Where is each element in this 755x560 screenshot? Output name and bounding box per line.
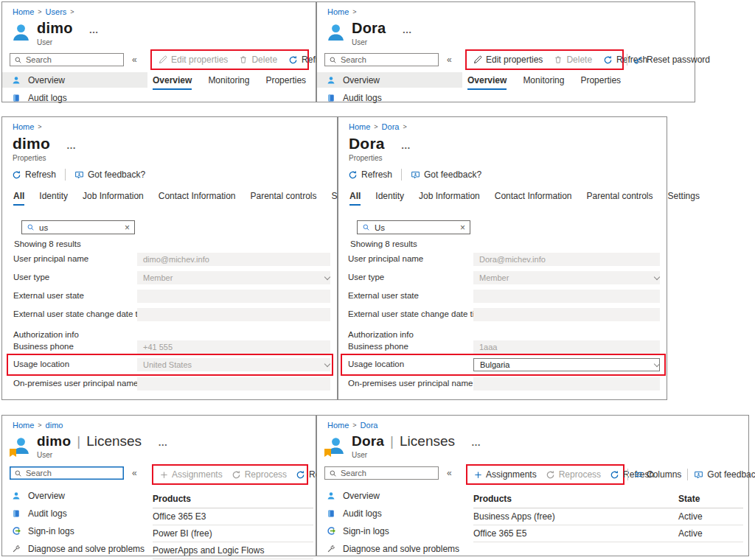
sign-in-logs-icon [11, 526, 21, 536]
delete-button[interactable]: Delete [239, 55, 277, 65]
breadcrumb-link-home[interactable]: Home [13, 122, 34, 131]
table-row[interactable]: Office 365 E3 [153, 508, 313, 525]
breadcrumb: Home > Dora > [349, 122, 407, 131]
field-row: Business phone +41 555 [2, 340, 337, 354]
tab-contact-information[interactable]: Contact Information [495, 191, 572, 206]
assignments-button[interactable]: Assignments [474, 469, 537, 480]
field-select-user-type[interactable]: Member [473, 271, 660, 284]
sidebar-item-overview[interactable]: Overview [317, 488, 462, 503]
more-options-icon[interactable]: … [402, 24, 412, 35]
breadcrumb-link-users[interactable]: Users [46, 7, 67, 16]
more-options-icon[interactable]: … [401, 140, 411, 151]
search-input[interactable] [26, 469, 119, 477]
tab-overview[interactable]: Overview [153, 75, 192, 90]
licenses-table: Products Office 365 E3 Power BI (free) P… [153, 489, 313, 559]
content-tabs: Overview Monitoring Properties [153, 75, 306, 90]
sidebar-item-sign-in-logs[interactable]: Sign-in logs [317, 523, 462, 539]
table-row[interactable]: Business Apps (free) Active [473, 508, 743, 525]
results-count: Showing 8 results [14, 239, 81, 248]
sidebar-item-audit-logs[interactable]: Audit logs [2, 505, 147, 521]
more-options-icon[interactable]: … [471, 437, 481, 448]
reset-password-button[interactable]: Reset password [633, 55, 710, 65]
more-options-icon[interactable]: … [89, 24, 100, 35]
page-title: dimo [37, 433, 71, 449]
collapse-button[interactable]: « [447, 55, 452, 65]
filter-input[interactable] [375, 223, 456, 232]
tab-identity[interactable]: Identity [375, 191, 404, 206]
tab-overview[interactable]: Overview [467, 75, 507, 90]
search-icon [14, 469, 22, 477]
sidebar-item-overview[interactable]: Overview [317, 72, 462, 88]
page-header: dimo … Properties [13, 135, 77, 162]
sidebar-item-sign-in-logs[interactable]: Sign-in logs [2, 523, 147, 539]
table-row[interactable]: Office 365 E5 Active [473, 525, 743, 542]
breadcrumb-link-home[interactable]: Home [13, 421, 34, 430]
edit-properties-button[interactable]: Edit properties [473, 55, 543, 65]
feedback-button[interactable]: Got feedback? [74, 169, 145, 180]
reprocess-button[interactable]: Reprocess [232, 469, 287, 480]
refresh-button[interactable]: Refresh [12, 169, 56, 180]
breadcrumb-link-dimo[interactable]: dimo [46, 421, 63, 430]
tab-all[interactable]: All [349, 191, 361, 206]
sidebar-item-audit-logs[interactable]: Audit logs [317, 90, 462, 105]
table-header: Products [153, 489, 313, 508]
breadcrumb-link-home[interactable]: Home [349, 122, 370, 131]
field-select-user-type[interactable]: Member [137, 271, 330, 284]
breadcrumb-link-home[interactable]: Home [327, 421, 349, 430]
plus-icon [474, 471, 482, 479]
tab-properties[interactable]: Properties [580, 75, 621, 90]
clear-icon[interactable]: × [460, 223, 465, 233]
collapse-button[interactable]: « [132, 55, 137, 65]
sidebar-item-diagnose[interactable]: Diagnose and solve problems [317, 541, 462, 556]
refresh-button[interactable]: Refresh [348, 169, 392, 180]
tab-monitoring[interactable]: Monitoring [523, 75, 564, 90]
collapse-button[interactable]: « [132, 468, 137, 478]
field-row: User principal name Dora@michev.info [338, 253, 667, 266]
tab-job-information[interactable]: Job Information [83, 191, 144, 206]
edit-properties-button[interactable]: Edit properties [159, 55, 228, 65]
assignments-button[interactable]: Assignments [160, 469, 223, 480]
field-select-usage-location[interactable]: United States [137, 358, 330, 371]
tab-identity[interactable]: Identity [39, 191, 68, 206]
feedback-button[interactable]: Got feedback? [694, 469, 755, 480]
field-input-business-phone: 1aaa [473, 340, 660, 354]
sidebar-item-audit-logs[interactable]: Audit logs [317, 505, 462, 521]
tab-settings[interactable]: Settings [668, 191, 700, 206]
tab-parental-controls[interactable]: Parental controls [586, 191, 653, 206]
page-header: Dora … User [326, 20, 412, 46]
tab-contact-information[interactable]: Contact Information [159, 191, 236, 206]
more-options-icon[interactable]: … [66, 140, 77, 151]
tab-job-information[interactable]: Job Information [419, 191, 480, 206]
collapse-button[interactable]: « [447, 468, 452, 478]
feedback-icon [74, 170, 84, 180]
more-options-icon[interactable]: … [158, 437, 168, 448]
search-input[interactable] [26, 55, 119, 64]
property-tabs: All Identity Job Information Contact Inf… [349, 191, 700, 206]
clear-icon[interactable]: × [125, 223, 130, 233]
page-subtitle: User [352, 38, 412, 46]
breadcrumb-link-home[interactable]: Home [327, 7, 349, 16]
sidebar-item-overview[interactable]: Overview [2, 488, 147, 503]
sidebar-item-audit-logs[interactable]: Audit logs [2, 90, 147, 105]
search-input[interactable] [341, 55, 434, 64]
tab-parental-controls[interactable]: Parental controls [250, 191, 316, 206]
table-row[interactable]: Power BI (free) [153, 525, 313, 542]
sidebar-item-diagnose[interactable]: Diagnose and solve problems [2, 541, 147, 556]
reprocess-button[interactable]: Reprocess [546, 469, 601, 480]
breadcrumb-link-dora[interactable]: Dora [382, 122, 400, 131]
columns-button[interactable]: Columns [634, 469, 681, 480]
tab-all[interactable]: All [13, 191, 24, 206]
filter-input[interactable] [39, 223, 120, 232]
breadcrumb-link-home[interactable]: Home [13, 7, 34, 16]
table-row[interactable]: PowerApps and Logic Flows [153, 542, 313, 559]
sidebar-item-overview[interactable]: Overview [2, 72, 147, 88]
page-title: dimo [37, 20, 73, 37]
tab-monitoring[interactable]: Monitoring [208, 75, 249, 90]
tab-properties[interactable]: Properties [265, 75, 306, 90]
refresh-icon [603, 55, 613, 65]
search-input[interactable] [341, 469, 434, 477]
delete-button[interactable]: Delete [554, 55, 592, 65]
breadcrumb-link-dora[interactable]: Dora [361, 421, 378, 430]
feedback-button[interactable]: Got feedback? [411, 169, 481, 180]
field-select-usage-location[interactable]: Bulgaria [473, 358, 660, 371]
